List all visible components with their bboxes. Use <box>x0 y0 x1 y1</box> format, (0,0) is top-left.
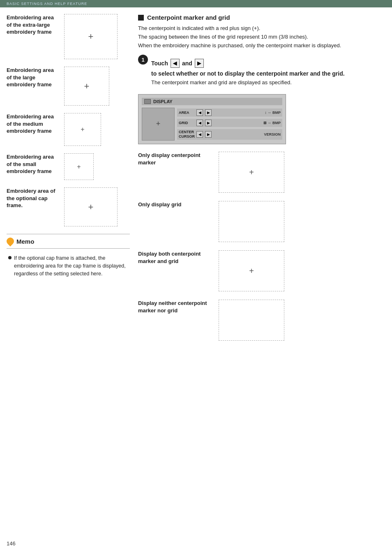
ctrl-right-area: ↕ ↔ BMP <box>265 111 281 115</box>
body-line1: The centerpoint is indicated with a red … <box>138 24 385 33</box>
frame-box-md: + <box>64 113 101 146</box>
section-title-text: Centerpoint marker and grid <box>147 14 230 21</box>
display-plus-icon: + <box>156 120 161 128</box>
display-screen: DISPLAY + AREA ◀ ▶ ↕ ↔ BMP GRID <box>138 94 286 144</box>
frame-section-lg: Embroidering area of the large embroider… <box>7 67 130 106</box>
memo-bullet: If the optional cap frame is attached, t… <box>8 254 130 277</box>
example-row-grid: Only display grid <box>138 201 385 242</box>
ctrl-label-cursor: CENTERCURSOR <box>179 130 194 139</box>
step1-result: The centerpoint marker and grid are disp… <box>151 78 385 87</box>
header-text: BASIC SETTINGS AND HELP FEATURE <box>7 2 87 6</box>
header-bar: BASIC SETTINGS AND HELP FEATURE <box>0 0 392 7</box>
ctrl-label-area: AREA <box>179 111 194 115</box>
frame-box-sm: + <box>64 153 94 180</box>
frame-box-cap: + <box>64 187 118 226</box>
ctrl-right-grid: ⊠ ↔ BMP <box>263 121 281 125</box>
display-controls: AREA ◀ ▶ ↕ ↔ BMP GRID ◀ ▶ ⊠ ↔ BMP CENT <box>177 108 282 141</box>
example-label-grid: Only display grid <box>138 201 212 208</box>
left-column: Embroidering area of the extra-large emb… <box>7 14 130 349</box>
frame-box-xl: + <box>64 14 118 59</box>
example-label-center: Only display centerpoint marker <box>138 152 212 166</box>
display-header: DISPLAY <box>142 98 282 105</box>
frame-label-cap: Embroidery area of the optional cap fram… <box>7 187 60 209</box>
display-header-text: DISPLAY <box>153 99 173 104</box>
ctrl-row-grid: GRID ◀ ▶ ⊠ ↔ BMP <box>177 119 282 127</box>
example-row-center: Only display centerpoint marker + <box>138 152 385 193</box>
plus-icon-md: + <box>81 126 84 133</box>
example-label-neither: Display neither centerpoint marker nor g… <box>138 300 212 314</box>
center-plus-icon: + <box>249 167 254 177</box>
ctrl-btn-area-right[interactable]: ▶ <box>205 109 212 116</box>
center-plus-both: + <box>249 266 254 275</box>
nav-btn-right[interactable]: ▶ <box>195 59 204 68</box>
body-line2: The spacing between the lines of the gri… <box>138 33 385 42</box>
frame-section-xl: Embroidering area of the extra-large emb… <box>7 14 130 59</box>
step1-circle: 1 <box>138 55 148 65</box>
ctrl-btn-grid-left[interactable]: ◀ <box>196 120 203 126</box>
example-frame-both: + <box>219 250 284 291</box>
step1-content: Touch ◀ and ▶ to select whether or not t… <box>151 55 385 92</box>
grid-pattern-grid <box>219 201 284 242</box>
frame-label-lg: Embroidering area of the large embroider… <box>7 67 60 88</box>
frame-section-sm: Embroidering area of the small embroider… <box>7 153 130 180</box>
body-line3: When the embroidery machine is purchased… <box>138 42 385 50</box>
memo-icon <box>5 236 15 246</box>
right-column: Centerpoint marker and grid The centerpo… <box>134 14 385 349</box>
plus-icon-cap: + <box>88 202 94 212</box>
black-square-icon <box>138 15 144 21</box>
example-row-neither: Display neither centerpoint marker nor g… <box>138 300 385 341</box>
ctrl-label-grid: GRID <box>179 121 194 125</box>
ctrl-row-cursor: CENTERCURSOR ◀ ▶ VERSION <box>177 129 282 140</box>
example-frame-grid <box>219 201 284 242</box>
touch-pre: Touch <box>151 60 168 67</box>
frame-section-md: Embroidering area of the medium embroide… <box>7 113 130 146</box>
frame-box-lg: + <box>64 67 109 106</box>
ctrl-right-cursor: VERSION <box>264 132 281 136</box>
page-number: 146 <box>7 540 16 547</box>
example-row-both: Display both centerpoint marker and grid… <box>138 250 385 291</box>
memo-title: Memo <box>7 238 130 245</box>
bullet-dot <box>8 256 12 259</box>
ctrl-row-area: AREA ◀ ▶ ↕ ↔ BMP <box>177 108 282 117</box>
monitor-icon <box>144 99 151 104</box>
memo-divider <box>7 248 130 249</box>
memo-section: Memo If the optional cap frame is attach… <box>7 234 130 277</box>
frame-label-xl: Embroidering area of the extra-large emb… <box>7 14 60 36</box>
ctrl-btn-cursor-right[interactable]: ▶ <box>205 131 212 138</box>
frame-section-cap: Embroidery area of the optional cap fram… <box>7 187 130 226</box>
plus-icon-xl: + <box>88 31 94 42</box>
touch-post: to select whether or not to display the … <box>151 70 345 77</box>
touch-and: and <box>182 60 192 67</box>
ctrl-btn-area-left[interactable]: ◀ <box>196 109 203 116</box>
step1-row: 1 Touch ◀ and ▶ to select whether or not… <box>138 55 385 92</box>
example-frame-neither <box>219 300 284 341</box>
frame-label-sm: Embroidering area of the small embroider… <box>7 153 60 175</box>
section-body: The centerpoint is indicated with a red … <box>138 24 385 50</box>
ctrl-btn-grid-right[interactable]: ▶ <box>205 120 212 126</box>
nav-btn-left[interactable]: ◀ <box>171 59 180 68</box>
frame-label-md: Embroidering area of the medium embroide… <box>7 113 60 135</box>
example-frame-center: + <box>219 152 284 193</box>
ctrl-btn-cursor-left[interactable]: ◀ <box>196 131 203 138</box>
display-body: + AREA ◀ ▶ ↕ ↔ BMP GRID ◀ ▶ ⊠ ↔ <box>142 108 282 141</box>
display-preview: + <box>142 108 175 141</box>
section-title: Centerpoint marker and grid <box>138 14 385 21</box>
plus-icon-lg: + <box>84 81 90 92</box>
display-examples: Only display centerpoint marker + Only d… <box>138 152 385 341</box>
plus-icon-sm: + <box>77 163 81 171</box>
memo-text: If the optional cap frame is attached, t… <box>7 254 130 277</box>
touch-instruction: Touch ◀ and ▶ to select whether or not t… <box>151 59 385 77</box>
example-label-both: Display both centerpoint marker and grid <box>138 250 212 265</box>
